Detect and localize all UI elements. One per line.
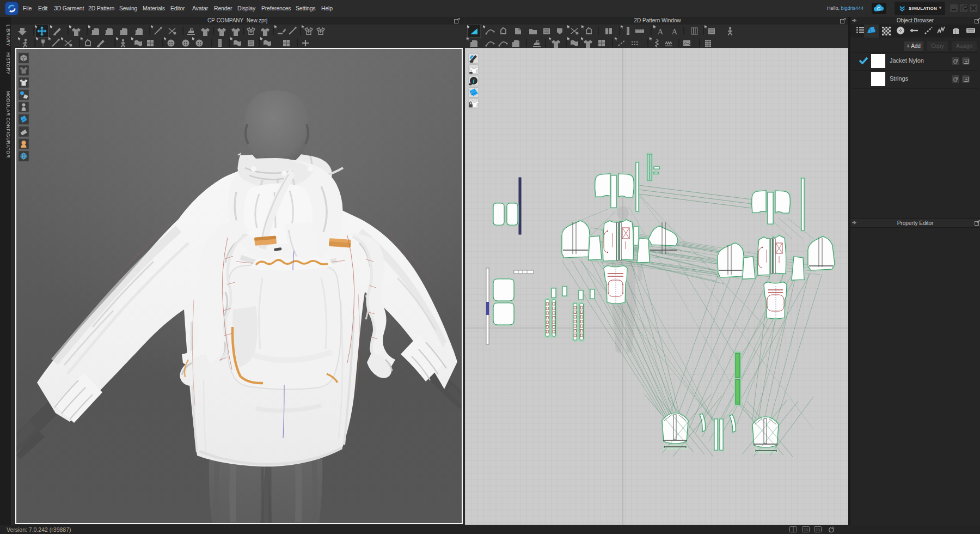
svg-text:A: A — [658, 27, 664, 36]
svg-text:A: A — [672, 27, 678, 36]
svg-text:2D: 2D — [816, 528, 820, 532]
svg-text:3D: 3D — [804, 528, 808, 532]
svg-text:C: C — [877, 6, 881, 11]
